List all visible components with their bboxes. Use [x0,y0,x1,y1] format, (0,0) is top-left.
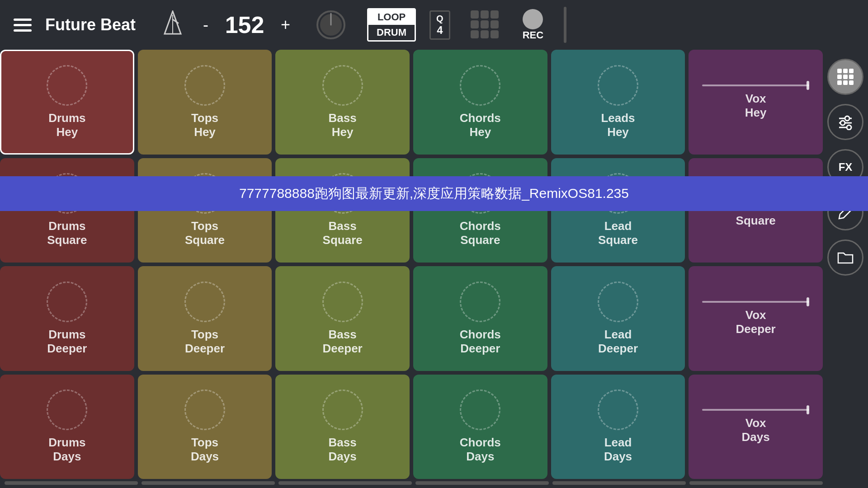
pad-label: Bass Hey [329,111,357,139]
rec-label: REC [523,29,543,41]
pad-bass-hey[interactable]: Bass Hey [275,50,410,155]
loop-button[interactable]: LOOP [368,9,415,25]
tempo-minus-button[interactable]: - [196,13,215,37]
pad-tops-days[interactable]: Tops Days [138,375,272,479]
pad-label: Drums Deeper [47,328,87,356]
pad-label: Tops Days [191,436,219,464]
q-value: 4 [437,24,443,37]
pad-circle [322,282,363,322]
svg-rect-8 [491,10,499,19]
pad-leads-hey[interactable]: Leads Hey [551,50,685,155]
beats-icon-container[interactable] [468,8,500,42]
pad-circle [460,65,500,106]
scrollbar-5[interactable] [552,481,686,485]
svg-rect-13 [481,30,489,38]
pad-label: Lead Square [598,219,638,247]
pad-drums-days[interactable]: Drums Days [0,375,134,479]
scrollbar-6[interactable] [689,481,823,485]
bottom-scrollbars[interactable] [0,479,827,488]
svg-point-27 [845,116,849,121]
pad-label: Chords Square [460,219,501,247]
pad-circle [184,389,225,430]
pad-leads-deeper[interactable]: Lead Deeper [551,266,685,371]
pad-bass-days[interactable]: Bass Days [275,375,410,479]
scrollbar-2[interactable] [142,481,275,485]
pad-label: Vox Deeper [736,308,776,336]
scrollbar-4[interactable] [415,481,549,485]
vox-slider [702,301,809,303]
pad-label: Vox Days [742,416,770,444]
menu-button[interactable] [9,14,36,36]
grid-button[interactable] [827,59,863,95]
app-title: Future Beat [45,15,136,34]
main-knob[interactable] [315,9,347,41]
svg-rect-11 [491,20,499,28]
pad-bass-deeper[interactable]: Bass Deeper [275,266,410,371]
pad-tops-deeper[interactable]: Tops Deeper [138,266,272,371]
rec-dot [523,9,543,29]
notification-banner: 7777788888跑狗图最新更新,深度应用策略数据_RemixOS81.235 [0,176,868,211]
right-sidebar: FX [823,50,868,479]
pad-circle [184,65,225,106]
pad-vox-hey[interactable]: Vox Hey [689,50,823,155]
pad-circle [322,389,363,430]
svg-rect-9 [471,20,479,28]
loop-drum-selector[interactable]: LOOP DRUM [367,8,416,42]
pad-label: Tops Square [185,219,225,247]
pad-circle [598,65,638,106]
pad-tops-hey[interactable]: Tops Hey [138,50,272,155]
svg-rect-21 [837,80,842,85]
svg-rect-7 [481,10,489,19]
svg-point-29 [847,125,851,130]
vox-slider [702,409,809,411]
pad-label: Bass Square [323,219,363,247]
notification-text: 7777788888跑狗图最新更新,深度应用策略数据_RemixOS81.235 [239,186,629,201]
vox-slider [702,84,809,86]
pad-chords-hey[interactable]: Chords Hey [413,50,547,155]
pad-circle [460,389,500,430]
pad-chords-deeper[interactable]: Chords Deeper [413,266,547,371]
pad-chords-days[interactable]: Chords Days [413,375,547,479]
svg-rect-14 [491,30,499,38]
svg-rect-17 [849,69,854,73]
pad-circle [47,389,87,430]
q-label: Q [436,14,443,24]
q-selector[interactable]: Q 4 [429,10,450,40]
pad-drums-hey[interactable]: Drums Hey [0,50,134,155]
drum-button[interactable]: DRUM [368,25,415,40]
pad-drums-deeper[interactable]: Drums Deeper [0,266,134,371]
pad-circle [184,282,225,322]
pad-label: Chords Deeper [460,328,501,356]
pad-label: Bass Days [329,436,357,464]
scrollbar-1[interactable] [5,481,138,485]
main-area: Drums HeyTops HeyBass HeyChords HeyLeads… [0,50,868,479]
pad-label: Tops Deeper [185,328,225,356]
tempo-plus-button[interactable]: + [274,13,297,37]
pad-label: Leads Hey [601,111,635,139]
svg-rect-23 [849,80,854,85]
pad-label: Lead Deeper [598,328,638,356]
svg-point-28 [840,121,845,125]
svg-rect-16 [843,69,848,73]
pad-circle [322,65,363,106]
pad-circle [598,282,638,322]
pad-leads-days[interactable]: Lead Days [551,375,685,479]
scrollbar-3[interactable] [278,481,412,485]
pad-label: Drums Days [48,436,85,464]
pad-vox-deeper[interactable]: Vox Deeper [689,266,823,371]
mixer-button[interactable] [827,104,863,140]
pad-label: Lead Days [604,436,632,464]
pad-circle [598,389,638,430]
header: Future Beat - 152 + LOOP DRUM Q 4 [0,0,868,50]
folder-button[interactable] [827,239,863,276]
tempo-display: 152 [224,11,265,38]
pad-circle [460,282,500,322]
pad-label: Chords Days [460,436,501,464]
svg-rect-19 [843,75,848,79]
pad-label: Chords Hey [460,111,501,139]
pad-circle [47,65,87,106]
svg-rect-15 [837,69,842,73]
rec-button[interactable]: REC [523,9,543,41]
pad-vox-days[interactable]: Vox Days [689,375,823,479]
svg-rect-22 [843,80,848,85]
